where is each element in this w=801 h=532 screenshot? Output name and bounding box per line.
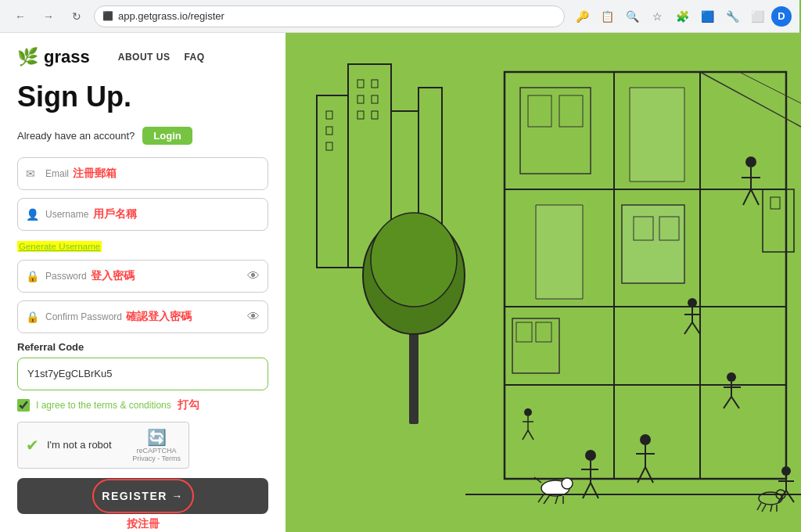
username-input[interactable]	[17, 198, 268, 231]
confirm-eye-icon[interactable]: 👁	[247, 310, 260, 324]
terms-row: I agree to the terms & conditions 打勾	[17, 398, 268, 412]
svg-rect-68	[763, 189, 794, 252]
svg-line-67	[528, 430, 533, 440]
register-button[interactable]: REGISTER →	[17, 478, 268, 514]
svg-rect-11	[357, 111, 364, 119]
svg-marker-84	[536, 205, 583, 299]
svg-marker-85	[630, 88, 684, 182]
login-button[interactable]: Login	[142, 127, 192, 145]
svg-line-61	[724, 397, 731, 408]
nav-links: ABOUT US FAQ	[118, 52, 205, 63]
svg-line-45	[645, 467, 653, 483]
svg-rect-30	[536, 322, 551, 342]
svg-rect-9	[357, 95, 364, 103]
svg-line-55	[555, 496, 558, 504]
svg-rect-23	[528, 95, 551, 127]
svg-line-80	[770, 505, 772, 512]
email-input[interactable]	[17, 157, 268, 190]
svg-line-40	[692, 322, 700, 334]
svg-rect-0	[317, 95, 348, 268]
svg-point-63	[524, 408, 532, 416]
svg-rect-69	[770, 197, 780, 209]
svg-rect-8	[372, 80, 378, 88]
browser-actions: 🔑 📋 🔍 ☆ 🧩 🟦 🔧 ⬜ D	[571, 5, 792, 27]
nav-faq[interactable]: FAQ	[184, 52, 204, 63]
reload-button[interactable]: ↻	[66, 5, 88, 27]
svg-rect-7	[357, 80, 364, 88]
register-label: REGISTER →	[102, 490, 183, 502]
svg-line-75	[786, 491, 794, 502]
page-wrapper: 🌿 grass ABOUT US FAQ Sign Up. Already ha…	[0, 33, 801, 532]
svg-rect-4	[326, 111, 332, 119]
extensions-icon[interactable]: 🔧	[721, 5, 743, 27]
svg-line-53	[538, 494, 544, 502]
password-input[interactable]	[17, 260, 268, 293]
svg-line-35	[751, 189, 759, 205]
profile-button[interactable]: D	[771, 6, 792, 27]
password-lock-icon: 🔒	[26, 270, 39, 282]
svg-line-62	[731, 397, 739, 408]
recaptcha-check-icon: ✔	[26, 436, 39, 455]
svg-line-78	[757, 503, 761, 510]
back-button[interactable]: ←	[9, 5, 31, 27]
register-annotation: 按注冊	[127, 517, 160, 531]
svg-point-58	[727, 372, 736, 382]
nav-bar: 🌿 grass ABOUT US FAQ	[0, 33, 286, 75]
svg-point-52	[562, 478, 573, 489]
terms-text: I agree to the terms & conditions	[36, 400, 171, 411]
sign-up-title: Sign Up.	[17, 81, 268, 113]
svg-line-34	[743, 189, 751, 205]
left-panel: 🌿 grass ABOUT US FAQ Sign Up. Already ha…	[0, 33, 286, 532]
extension2-icon[interactable]: 🟦	[696, 5, 718, 27]
tab-icon[interactable]: ⬜	[746, 5, 768, 27]
svg-point-36	[688, 298, 697, 307]
svg-rect-5	[326, 127, 332, 135]
svg-line-66	[523, 430, 528, 440]
svg-rect-24	[559, 95, 583, 127]
svg-line-39	[684, 322, 692, 334]
svg-line-50	[591, 483, 598, 498]
svg-point-71	[781, 466, 791, 476]
favicon-icon: ⬛	[102, 11, 113, 21]
confirm-lock-icon: 🔒	[26, 311, 39, 323]
svg-rect-6	[326, 142, 332, 150]
terms-checkbox[interactable]	[17, 399, 30, 412]
logo-text: grass	[44, 47, 90, 67]
svg-rect-10	[372, 95, 378, 103]
recaptcha-logo-icon: 🔄	[147, 428, 167, 447]
forward-button[interactable]: →	[38, 5, 59, 27]
confirm-password-input[interactable]	[17, 300, 268, 333]
screenshot-icon[interactable]: 📋	[596, 5, 618, 27]
password-field-group: 🔒 Password 登入密碼 👁	[17, 260, 268, 293]
user-icon: 👤	[26, 208, 39, 221]
confirm-password-field-group: 🔒 Confirm Password 確認登入密碼 👁	[17, 300, 268, 333]
generate-username-link[interactable]: Generate Username	[17, 241, 102, 252]
recaptcha-label: I'm not a robot	[47, 439, 124, 451]
svg-point-41	[640, 434, 651, 445]
address-bar[interactable]: ⬛ app.getgrass.io/register	[94, 5, 565, 27]
recaptcha-logo-area: 🔄 reCAPTCHA Privacy - Terms	[132, 428, 181, 462]
form-area: Sign Up. Already have an account? Login …	[0, 75, 286, 532]
recaptcha-box[interactable]: ✔ I'm not a robot 🔄 reCAPTCHA Privacy - …	[17, 422, 189, 469]
svg-point-46	[585, 450, 596, 461]
extension1-icon[interactable]: 🧩	[671, 5, 693, 27]
passwords-icon[interactable]: 🔑	[571, 5, 593, 27]
logo[interactable]: 🌿 grass	[17, 47, 90, 67]
nav-about-us[interactable]: ABOUT US	[118, 52, 171, 63]
bookmark-icon[interactable]: ☆	[646, 5, 668, 27]
password-eye-icon[interactable]: 👁	[247, 269, 260, 283]
browser-chrome: ← → ↻ ⬛ app.getgrass.io/register 🔑 📋 🔍 ☆…	[0, 0, 801, 33]
zoom-icon[interactable]: 🔍	[621, 5, 643, 27]
svg-rect-13	[409, 330, 418, 424]
svg-rect-29	[516, 322, 532, 342]
already-account-text: Already have an account?	[17, 130, 135, 142]
recaptcha-sub: Privacy - Terms	[132, 455, 181, 462]
recaptcha-brand: reCAPTCHA	[137, 447, 177, 455]
right-panel	[286, 33, 801, 532]
username-field-group: 👤 Username 用戶名稱	[17, 198, 268, 231]
svg-line-44	[638, 467, 645, 483]
referral-code-input[interactable]	[17, 358, 268, 390]
email-field-group: ✉ Email 注冊郵箱	[17, 157, 268, 190]
account-row: Already have an account? Login	[17, 127, 268, 145]
referral-code-label: Referral Code	[17, 341, 268, 353]
